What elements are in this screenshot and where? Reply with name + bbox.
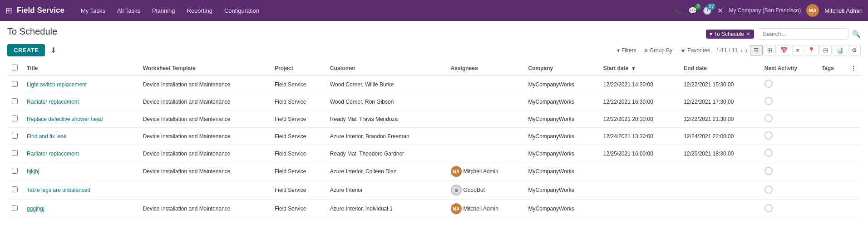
activity-circle-7[interactable] [764, 204, 773, 212]
phone-icon[interactable]: 📞 [674, 6, 683, 15]
pagination-next[interactable]: › [745, 47, 748, 54]
grid-icon[interactable]: ⊞ [5, 5, 12, 15]
row-more-5[interactable] [846, 162, 861, 181]
close-icon[interactable]: ✕ [717, 6, 723, 15]
view-activity-button[interactable]: ≡ [792, 45, 803, 55]
create-button[interactable]: CREATE [7, 44, 45, 56]
search-input[interactable] [758, 28, 848, 40]
row-more-6[interactable] [846, 181, 861, 200]
row-checkbox-3[interactable] [12, 133, 18, 139]
col-title[interactable]: Title [22, 61, 138, 76]
row-title-1[interactable]: Radiator replacement [27, 99, 79, 105]
column-options-icon[interactable]: ⋮ [851, 65, 856, 71]
nav-all-tasks[interactable]: All Tasks [112, 5, 146, 17]
nav-planning[interactable]: Planning [147, 5, 181, 17]
nav-reporting[interactable]: Reporting [182, 5, 218, 17]
activity-circle-2[interactable] [764, 114, 773, 122]
clock-icon[interactable]: 🕐 27 [703, 6, 712, 15]
row-next-activity-5[interactable] [760, 162, 817, 181]
group-by-button[interactable]: ≡ Group By [643, 46, 675, 55]
activity-circle-6[interactable] [764, 186, 773, 194]
nav-configuration[interactable]: Configuration [219, 5, 265, 17]
row-title-3[interactable]: Find and fix leak [27, 133, 66, 140]
view-map-button[interactable]: 📍 [804, 45, 819, 55]
activity-circle-5[interactable] [764, 167, 773, 175]
activity-circle-4[interactable] [764, 149, 773, 157]
row-checkbox-4[interactable] [12, 150, 18, 156]
view-pivot-button[interactable]: ⊟ [819, 45, 832, 55]
row-checkbox-7[interactable] [12, 205, 18, 211]
filters-button[interactable]: ▾ Filters [615, 46, 638, 55]
row-more-4[interactable] [846, 145, 861, 162]
activity-circle-1[interactable] [764, 97, 773, 105]
row-next-activity-7[interactable] [760, 200, 817, 218]
row-more-3[interactable] [846, 128, 861, 145]
row-checkbox-0[interactable] [12, 81, 18, 87]
col-assignees[interactable]: Assignees [446, 61, 524, 76]
row-assignees-7: MAMitchell Admin [446, 200, 524, 218]
col-more[interactable]: ⋮ [846, 61, 861, 76]
download-button[interactable]: ⬇ [49, 44, 58, 56]
sort-down-icon: ▼ [631, 66, 636, 71]
row-checkbox-2[interactable] [12, 115, 18, 121]
row-title-0[interactable]: Light switch replacement [27, 81, 87, 88]
row-worksheet-1: Device Installation and Maintenance [138, 93, 270, 110]
row-more-1[interactable] [846, 93, 861, 110]
col-tags[interactable]: Tags [817, 61, 846, 76]
row-next-activity-6[interactable] [760, 181, 817, 200]
col-customer[interactable]: Customer [326, 61, 446, 76]
row-checkbox-6[interactable] [12, 186, 18, 192]
favorites-button[interactable]: ★ Favorites [679, 46, 711, 55]
row-checkbox-5[interactable] [12, 168, 18, 174]
row-next-activity-4[interactable] [760, 145, 817, 162]
assignee-avatar-ob: ⊙ [451, 185, 462, 196]
row-tags-1 [817, 93, 846, 110]
row-company-0: MyCompanyWorks [524, 76, 599, 93]
row-checkbox-1[interactable] [12, 98, 18, 104]
row-title-5[interactable]: hjkjhj [27, 168, 39, 175]
username: Mitchell Admin [824, 7, 863, 14]
nav-menu: My Tasks All Tasks Planning Reporting Co… [75, 5, 672, 17]
row-next-activity-1[interactable] [760, 93, 817, 110]
row-end-date-3: 12/24/2021 22:00:00 [679, 128, 760, 145]
row-title-2[interactable]: Replace defective shower head [27, 116, 103, 122]
col-company[interactable]: Company [524, 61, 599, 76]
app-title[interactable]: Field Service [17, 6, 64, 15]
row-end-date-2: 12/22/2021 21:30:00 [679, 110, 760, 128]
user-avatar[interactable]: MA [806, 4, 819, 17]
nav-my-tasks[interactable]: My Tasks [75, 5, 111, 17]
search-button[interactable]: 🔍 [852, 30, 861, 38]
row-more-0[interactable] [846, 76, 861, 93]
row-next-activity-0[interactable] [760, 76, 817, 93]
row-title-7[interactable]: gggjhgj [27, 206, 44, 212]
view-kanban-button[interactable]: ⊞ [764, 45, 776, 55]
row-more-7[interactable] [846, 200, 861, 218]
clock-badge: 27 [707, 4, 715, 10]
row-start-date-3: 12/24/2021 13:30:00 [599, 128, 679, 145]
filter-tag-to-schedule: ▾ To Schedule ✕ [706, 30, 754, 39]
col-next-activity[interactable]: Next Activity [760, 61, 817, 76]
pagination-prev[interactable]: ‹ [740, 47, 743, 54]
activity-circle-3[interactable] [764, 131, 773, 140]
view-graph-button[interactable]: 📊 [833, 45, 847, 55]
row-worksheet-5: Device Installation and Maintenance [138, 162, 270, 181]
row-customer-3: Azure Interior, Brandon Freeman [326, 128, 446, 145]
row-next-activity-3[interactable] [760, 128, 817, 145]
row-title-6[interactable]: Table legs are unbalanced [27, 187, 90, 193]
chat-icon[interactable]: 💬 7 [688, 6, 697, 15]
row-more-2[interactable] [846, 110, 861, 128]
view-settings-button[interactable]: ⚙ [848, 45, 861, 55]
search-bar: ▾ To Schedule ✕ 🔍 [706, 28, 861, 40]
col-project[interactable]: Project [270, 61, 326, 76]
view-list-button[interactable]: ☰ [750, 45, 763, 55]
row-title-4[interactable]: Radiator replacement [27, 151, 79, 157]
col-worksheet[interactable]: Worksheet Template [138, 61, 270, 76]
main-content: To Schedule ▾ To Schedule ✕ 🔍 CREATE ⬇ ▾… [0, 21, 868, 224]
row-next-activity-2[interactable] [760, 110, 817, 128]
view-calendar-button[interactable]: 📅 [777, 45, 791, 55]
col-start-date[interactable]: Start date ▼ [599, 61, 679, 76]
col-end-date[interactable]: End date [679, 61, 760, 76]
activity-circle-0[interactable] [764, 80, 773, 88]
filter-tag-close-btn[interactable]: ✕ [746, 31, 750, 37]
select-all-checkbox[interactable] [12, 65, 18, 70]
